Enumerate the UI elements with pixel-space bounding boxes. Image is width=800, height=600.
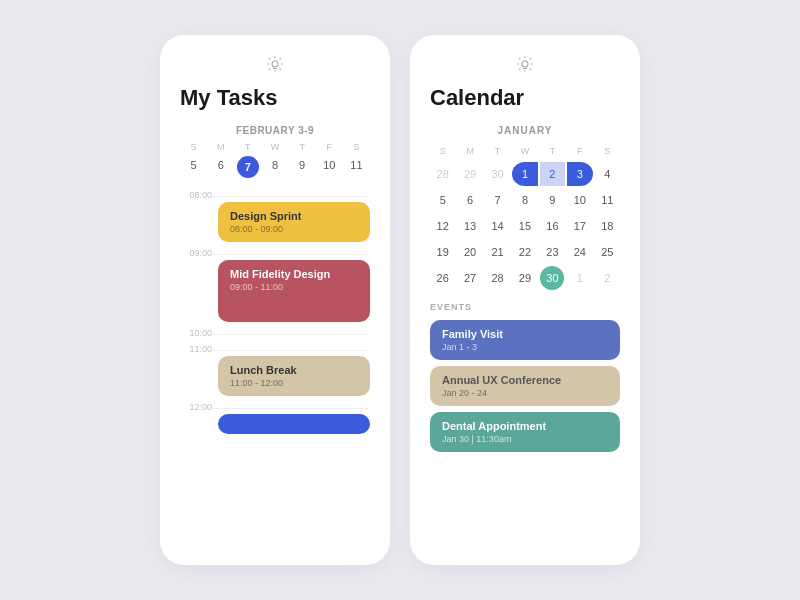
day-f: F [316, 142, 343, 152]
tasks-title: My Tasks [180, 85, 370, 111]
cd-10[interactable]: 10 [568, 188, 592, 212]
event-family-visit[interactable]: Family Visit Jan 1 - 3 [430, 320, 620, 360]
cd-28-prev[interactable]: 28 [431, 162, 455, 186]
cd-30-prev[interactable]: 30 [486, 162, 510, 186]
events-label: EVENTS [430, 302, 620, 312]
cd-9[interactable]: 9 [540, 188, 564, 212]
day-s2: S [343, 142, 370, 152]
time-1200: 12:00 [180, 400, 212, 412]
cd-11[interactable]: 11 [595, 188, 619, 212]
cd-2-next[interactable]: 2 [595, 266, 619, 290]
cd-15[interactable]: 15 [513, 214, 537, 238]
date-5[interactable]: 5 [180, 156, 207, 178]
tasks-card: My Tasks FEBRUARY 3-9 S M T W T F S 5 6 … [160, 35, 390, 565]
cd-14[interactable]: 14 [486, 214, 510, 238]
day-s1: S [180, 142, 207, 152]
cd-16[interactable]: 16 [540, 214, 564, 238]
event-design-sprint[interactable]: Design Sprint 08:00 - 09:00 [218, 202, 370, 242]
cd-21[interactable]: 21 [486, 240, 510, 264]
event-lunch-time: 11:00 - 12:00 [230, 378, 358, 388]
cd-30-today[interactable]: 30 [540, 266, 564, 290]
cd-18[interactable]: 18 [595, 214, 619, 238]
event-family-visit-date: Jan 1 - 3 [442, 342, 608, 352]
time-0900: 09:00 [180, 246, 212, 258]
date-6[interactable]: 6 [207, 156, 234, 178]
time-1100: 11:00 [180, 342, 212, 354]
cd-24[interactable]: 24 [568, 240, 592, 264]
cd-19[interactable]: 19 [431, 240, 455, 264]
day-t2: T [289, 142, 316, 152]
event-ux-conference-date: Jan 20 - 24 [442, 388, 608, 398]
event-family-visit-title: Family Visit [442, 328, 608, 340]
day-w: W [261, 142, 288, 152]
timeline: 08:00 Design Sprint 08:00 - 09:00 09:00 … [180, 188, 370, 434]
cd-13[interactable]: 13 [458, 214, 482, 238]
ch-w: W [512, 144, 537, 160]
day-m: M [207, 142, 234, 152]
event-mid-fidelity-title: Mid Fidelity Design [230, 268, 358, 280]
event-lunch-break[interactable]: Lunch Break 11:00 - 12:00 [218, 356, 370, 396]
event-design-sprint-title: Design Sprint [230, 210, 358, 222]
date-7-active[interactable]: 7 [237, 156, 259, 178]
cd-29-prev[interactable]: 29 [458, 162, 482, 186]
event-design-sprint-time: 08:00 - 09:00 [230, 224, 358, 234]
cd-12[interactable]: 12 [431, 214, 455, 238]
ch-f: F [567, 144, 592, 160]
time-1000: 10:00 [180, 326, 212, 338]
events-section: EVENTS Family Visit Jan 1 - 3 Annual UX … [430, 302, 620, 452]
cd-25[interactable]: 25 [595, 240, 619, 264]
calendar-card: Calendar JANUARY S M T W T F S 28 29 30 … [410, 35, 640, 565]
event-dental[interactable]: Dental Appointment Jan 30 | 11:30am [430, 412, 620, 452]
cd-8[interactable]: 8 [513, 188, 537, 212]
event-mid-fidelity[interactable]: Mid Fidelity Design 09:00 - 11:00 [218, 260, 370, 322]
svg-point-0 [272, 61, 278, 67]
event-dental-title: Dental Appointment [442, 420, 608, 432]
calendar-icon [430, 55, 620, 77]
svg-point-1 [522, 61, 528, 67]
date-9[interactable]: 9 [289, 156, 316, 178]
cd-23[interactable]: 23 [540, 240, 564, 264]
tasks-icon [180, 55, 370, 77]
event-ux-conference[interactable]: Annual UX Conference Jan 20 - 24 [430, 366, 620, 406]
cd-6[interactable]: 6 [458, 188, 482, 212]
date-10[interactable]: 10 [316, 156, 343, 178]
ch-t1: T [485, 144, 510, 160]
event-mid-fidelity-time: 09:00 - 11:00 [230, 282, 358, 292]
dates-row: 5 6 7 8 9 10 11 [180, 156, 370, 178]
cd-29[interactable]: 29 [513, 266, 537, 290]
cd-28[interactable]: 28 [486, 266, 510, 290]
ch-s1: S [430, 144, 455, 160]
cal-grid: S M T W T F S 28 29 30 1 2 3 4 5 6 7 8 9… [430, 144, 620, 290]
cd-5[interactable]: 5 [431, 188, 455, 212]
calendar-title: Calendar [430, 85, 620, 111]
event-lunch-title: Lunch Break [230, 364, 358, 376]
cd-1-next[interactable]: 1 [568, 266, 592, 290]
cd-27[interactable]: 27 [458, 266, 482, 290]
cd-2[interactable]: 2 [540, 162, 565, 186]
cd-3[interactable]: 3 [567, 162, 592, 186]
week-range: FEBRUARY 3-9 [180, 125, 370, 136]
cal-month: JANUARY [430, 125, 620, 136]
cd-20[interactable]: 20 [458, 240, 482, 264]
ch-t2: T [540, 144, 565, 160]
cd-4[interactable]: 4 [595, 162, 619, 186]
cd-17[interactable]: 17 [568, 214, 592, 238]
days-row: S M T W T F S [180, 142, 370, 152]
event-blue-partial[interactable] [218, 414, 370, 434]
day-t1: T [234, 142, 261, 152]
event-dental-date: Jan 30 | 11:30am [442, 434, 608, 444]
cd-1[interactable]: 1 [512, 162, 537, 186]
time-0800: 08:00 [180, 188, 212, 200]
ch-m: M [457, 144, 482, 160]
date-8[interactable]: 8 [261, 156, 288, 178]
cd-7[interactable]: 7 [486, 188, 510, 212]
date-11[interactable]: 11 [343, 156, 370, 178]
cd-26[interactable]: 26 [431, 266, 455, 290]
cd-22[interactable]: 22 [513, 240, 537, 264]
event-ux-conference-title: Annual UX Conference [442, 374, 608, 386]
ch-s2: S [595, 144, 620, 160]
